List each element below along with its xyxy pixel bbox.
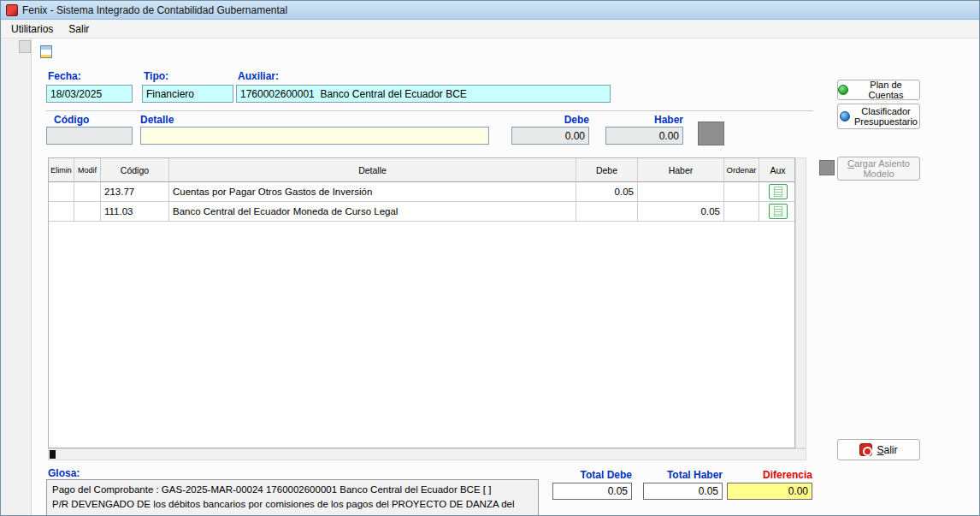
scrollbar-thumb[interactable]	[19, 40, 31, 53]
document-icon	[40, 45, 52, 58]
fecha-input[interactable]	[46, 85, 133, 103]
col-header-ordenar[interactable]: Ordenar	[724, 158, 759, 181]
menu-bar: Utilitarios Salir	[1, 20, 979, 39]
col-header-haber[interactable]: Haber	[638, 158, 724, 181]
detalle-label: Detalle	[140, 114, 174, 126]
codigo-label: Código	[54, 114, 89, 126]
clasificador-presupuestario-button[interactable]: Clasificador Presupuestario	[837, 104, 920, 129]
cell-debe	[576, 202, 638, 221]
left-panel	[1, 39, 32, 515]
entry-action-button[interactable]	[698, 122, 724, 145]
diferencia-field	[727, 483, 812, 500]
cell-ordenar	[724, 182, 759, 201]
tipo-input[interactable]	[142, 85, 233, 103]
tipo-label: Tipo:	[144, 70, 168, 82]
window-title: Fenix - Sistema Integrado de Contabilida…	[22, 4, 287, 16]
form-area: Fecha: Tipo: Auxiliar: Plan de Cuentas C…	[1, 39, 979, 515]
plan-de-cuentas-button[interactable]: Plan de Cuentas	[837, 80, 920, 100]
clasificador-label-line1: Clasificador	[861, 106, 910, 116]
codigo-entry-input[interactable]	[46, 127, 133, 145]
menu-salir[interactable]: Salir	[61, 21, 97, 37]
fecha-label: Fecha:	[48, 70, 81, 82]
auxiliar-label: Auxiliar:	[238, 70, 279, 82]
total-haber-label: Total Haber	[643, 469, 723, 481]
auxiliar-input[interactable]	[236, 85, 611, 103]
cell-haber	[638, 182, 724, 201]
grid-vertical-scrollbar[interactable]	[795, 157, 806, 448]
cargar-asiento-label-line1: Cargar Asiento	[847, 158, 910, 169]
cell-detalle: Cuentas por Pagar Otros Gastos de Invers…	[169, 182, 576, 201]
salir-label: Salir	[877, 445, 897, 455]
grid-horizontal-scrollbar[interactable]	[48, 448, 806, 460]
haber-label: Haber	[605, 114, 683, 126]
cell-aux	[759, 182, 795, 201]
cargar-asiento-box	[819, 160, 835, 175]
col-header-elimin[interactable]: Elimin	[49, 158, 74, 181]
title-bar: Fenix - Sistema Integrado de Contabilida…	[1, 1, 979, 20]
cell-aux	[759, 202, 795, 221]
col-header-codigo[interactable]: Código	[101, 158, 169, 181]
glosa-textbox[interactable]: Pago del Comprobante : GAS-2025-MAR-0002…	[46, 479, 539, 516]
col-header-modif[interactable]: Modif	[74, 158, 101, 181]
total-debe-label: Total Debe	[552, 469, 632, 481]
report-toolbar-button[interactable]	[37, 43, 56, 61]
cell-ordenar	[724, 202, 759, 221]
cell-elimin	[49, 182, 74, 201]
cell-elimin	[49, 202, 74, 221]
note-icon	[774, 206, 782, 216]
col-header-detalle[interactable]: Detalle	[169, 158, 576, 181]
col-header-debe[interactable]: Debe	[576, 158, 638, 181]
debe-label: Debe	[511, 114, 589, 126]
cargar-asiento-label-line2: Modelo	[863, 169, 894, 179]
menu-utilitarios[interactable]: Utilitarios	[3, 21, 61, 37]
exit-icon	[859, 443, 872, 456]
cell-detalle: Banco Central del Ecuador Moneda de Curs…	[169, 202, 576, 221]
asiento-grid: Elimin Modif Código Detalle Debe Haber O…	[48, 157, 795, 448]
cell-modif	[74, 182, 101, 201]
detalle-entry-input[interactable]	[140, 127, 489, 145]
clasificador-icon	[840, 111, 850, 122]
table-row[interactable]: 213.77 Cuentas por Pagar Otros Gastos de…	[49, 182, 795, 202]
horizontal-scroll-thumb[interactable]	[50, 450, 56, 459]
cell-haber: 0.05	[638, 202, 724, 221]
glosa-line2: P/R DEVENGADO DE los débitos bancarios p…	[52, 497, 533, 516]
cell-modif	[74, 202, 101, 221]
salir-button[interactable]: Salir	[837, 439, 920, 460]
app-icon	[6, 4, 18, 16]
glosa-label: Glosa:	[48, 467, 80, 479]
total-debe-field	[552, 483, 632, 500]
haber-entry-input[interactable]	[605, 127, 683, 145]
aux-detail-button[interactable]	[769, 204, 788, 219]
plan-de-cuentas-icon	[838, 85, 848, 95]
total-haber-field	[643, 483, 723, 500]
cargar-asiento-modelo-button[interactable]: Cargar Asiento Modelo	[837, 157, 920, 181]
table-row[interactable]: 111.03 Banco Central del Ecuador Moneda …	[49, 202, 795, 222]
note-icon	[774, 187, 782, 197]
separator-line	[46, 110, 813, 111]
app-window: Fenix - Sistema Integrado de Contabilida…	[0, 0, 980, 516]
plan-de-cuentas-label: Plan de Cuentas	[853, 80, 919, 100]
cell-codigo: 213.77	[101, 182, 169, 201]
cargar-asiento-label: Cargar Asiento Modelo	[847, 158, 910, 179]
col-header-aux[interactable]: Aux	[759, 158, 795, 181]
clasificador-label: Clasificador Presupuestario	[854, 106, 918, 127]
debe-entry-input[interactable]	[511, 127, 589, 145]
glosa-line1: Pago del Comprobante : GAS-2025-MAR-0002…	[52, 483, 533, 497]
clasificador-label-line2: Presupuestario	[854, 116, 918, 127]
cell-debe: 0.05	[576, 182, 638, 201]
grid-header-row: Elimin Modif Código Detalle Debe Haber O…	[49, 158, 795, 182]
diferencia-label: Diferencia	[727, 469, 812, 481]
cell-codigo: 111.03	[101, 202, 169, 221]
aux-detail-button[interactable]	[769, 184, 788, 199]
